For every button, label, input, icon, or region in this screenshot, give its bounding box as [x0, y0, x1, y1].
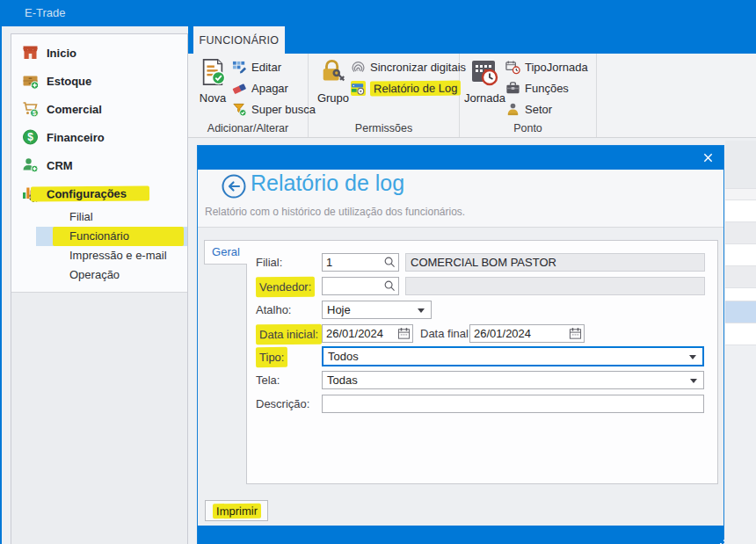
datas-row: Data inicial: Data final:: [247, 324, 717, 343]
application-window: E-Trade FUNCIONÁRIO Nova Editar: [0, 0, 756, 544]
jornada-button[interactable]: Jornada: [464, 57, 505, 105]
dialog-title: Relatório de log: [251, 170, 404, 196]
lock-key-icon: [319, 57, 347, 87]
sidebar-subitem-filial[interactable]: Filial: [11, 207, 187, 227]
person-badge-icon: [505, 102, 520, 117]
vendedor-description: [405, 277, 705, 295]
vendedor-search-button[interactable]: [382, 279, 397, 294]
fingerprint-icon: [351, 60, 366, 75]
data-inicial-label: Data inicial:: [256, 324, 322, 345]
editar-button[interactable]: Editar: [232, 56, 316, 77]
vendedor-label-text: Vendedor:: [256, 277, 315, 298]
grid-row-selected: [725, 301, 756, 323]
window-titlebar: E-Trade: [2, 0, 756, 26]
calendar-clock-icon: [469, 57, 499, 87]
tela-row: Tela: Todas: [247, 371, 717, 389]
grid-row: [725, 189, 756, 200]
tipo-label-text: Tipo:: [256, 347, 288, 367]
close-icon: [702, 152, 714, 163]
group-label-permissoes: Permissões: [309, 122, 459, 134]
sidebar-subitem-impressao-email[interactable]: Impressão e e-mail: [11, 246, 187, 265]
sidebar-item-configuracoes[interactable]: Configurações: [11, 179, 187, 207]
nova-button[interactable]: Nova: [193, 57, 233, 105]
tipo-dropdown[interactable]: Todos: [322, 346, 704, 366]
relatorio-de-log-button[interactable]: Relatório de Log: [351, 77, 466, 98]
setor-button[interactable]: Setor: [505, 98, 588, 120]
apagar-button[interactable]: Apagar: [232, 77, 316, 98]
grid-row: [725, 323, 756, 345]
sidebar-subitem-label: Funcionário: [53, 227, 184, 246]
sidebar-subitem-funcionario[interactable]: Funcionário: [36, 227, 187, 246]
tela-label: Tela:: [256, 371, 280, 389]
dialog-footer: [198, 526, 723, 544]
relatorio-de-log-label: Relatório de Log: [370, 80, 462, 96]
imprimir-button[interactable]: Imprimir: [205, 500, 268, 521]
filial-description: COMERCIAL BOM PASTOR: [405, 253, 705, 272]
data-final-label: Data final:: [420, 324, 472, 343]
resize-grip[interactable]: [716, 540, 718, 541]
filial-search-button[interactable]: [382, 255, 397, 270]
sidebar-item-financeiro[interactable]: $ Financeiro: [11, 123, 187, 151]
ribbon-tab-row: FUNCIONÁRIO: [188, 26, 756, 54]
funnel-check-icon: [232, 102, 247, 117]
tela-dropdown[interactable]: Todas: [322, 371, 704, 389]
tipojornada-button[interactable]: TipoJornada: [505, 56, 588, 77]
stock-drawer-icon: [18, 70, 41, 91]
super-busca-button[interactable]: Super busca: [232, 98, 316, 120]
ribbon-group-ponto: Jornada TipoJornada Funções: [460, 54, 597, 137]
vendedor-label: Vendedor:: [256, 277, 315, 297]
atalho-label: Atalho:: [256, 301, 291, 319]
sincronizar-digitais-button[interactable]: Sincronizar digitais: [351, 56, 466, 77]
sidebar-item-comercial[interactable]: $ Comercial: [11, 95, 187, 123]
sidebar-item-label: CRM: [47, 159, 73, 172]
group-label-ponto: Ponto: [460, 122, 596, 134]
sidebar-item-label: Financeiro: [47, 131, 105, 144]
sidebar-item-inicio[interactable]: Inicio: [11, 39, 187, 67]
data-final-calendar-button[interactable]: [568, 326, 583, 341]
dialog-header: Relatório de log Relatório com o históri…: [198, 170, 723, 228]
calendar-icon: [569, 327, 582, 340]
edit-grid-icon: [232, 60, 247, 75]
grid-header: [725, 141, 756, 189]
setor-label: Setor: [525, 103, 552, 116]
tipo-row: Tipo: Todos: [247, 347, 717, 366]
ribbon-group-adicionar-alterar: Nova Editar Apagar: [188, 54, 309, 137]
funcoes-label: Funções: [525, 82, 569, 95]
window-title: E-Trade: [25, 0, 65, 26]
apagar-label: Apagar: [251, 82, 288, 95]
group-label-adicionar-alterar: Adicionar/Alterar: [188, 122, 308, 134]
dollar-circle-icon: $: [18, 127, 41, 148]
tab-geral[interactable]: Geral: [204, 240, 247, 265]
filial-row: Filial: COMERCIAL BOM PASTOR: [247, 253, 717, 272]
jornada-label: Jornada: [464, 91, 505, 105]
sidebar-subitem-operacao[interactable]: Operação: [11, 265, 187, 285]
tab-funcionario[interactable]: FUNCIONÁRIO: [193, 26, 285, 54]
svg-text:$: $: [27, 131, 33, 143]
data-inicial-calendar-button[interactable]: [396, 326, 411, 341]
relatorio-de-log-dialog: Relatório de log Relatório com o históri…: [197, 145, 724, 544]
sidebar-item-estoque[interactable]: Estoque: [11, 67, 187, 95]
svg-text:$: $: [32, 109, 36, 117]
ribbon-group-permissoes: Grupo Sincronizar digitais Relatório de …: [309, 54, 460, 137]
descricao-label: Descrição:: [256, 395, 309, 413]
cart-dollar-icon: $: [18, 98, 41, 120]
back-button[interactable]: [221, 173, 247, 199]
descricao-input[interactable]: [322, 395, 704, 413]
sidebar-item-label: Configurações: [31, 185, 149, 201]
nova-label: Nova: [193, 91, 233, 105]
funcoes-button[interactable]: Funções: [505, 77, 588, 98]
close-button[interactable]: [697, 148, 718, 167]
grid-row: [725, 244, 756, 266]
atalho-dropdown[interactable]: Hoje: [322, 301, 432, 319]
grupo-button[interactable]: Grupo: [313, 57, 353, 105]
grid-row: [725, 200, 756, 222]
ribbon: Nova Editar Apagar: [188, 54, 756, 138]
grid-row: [725, 222, 756, 244]
sidebar-item-crm[interactable]: CRM: [11, 151, 187, 179]
person-add-icon: [18, 155, 41, 176]
document-check-icon: [199, 57, 227, 87]
tipo-label: Tipo:: [256, 347, 287, 367]
calendar-icon: [397, 327, 411, 340]
sidebar: Inicio Estoque $ Comercial $ Financeiro: [11, 33, 188, 544]
eraser-icon: [232, 81, 247, 96]
